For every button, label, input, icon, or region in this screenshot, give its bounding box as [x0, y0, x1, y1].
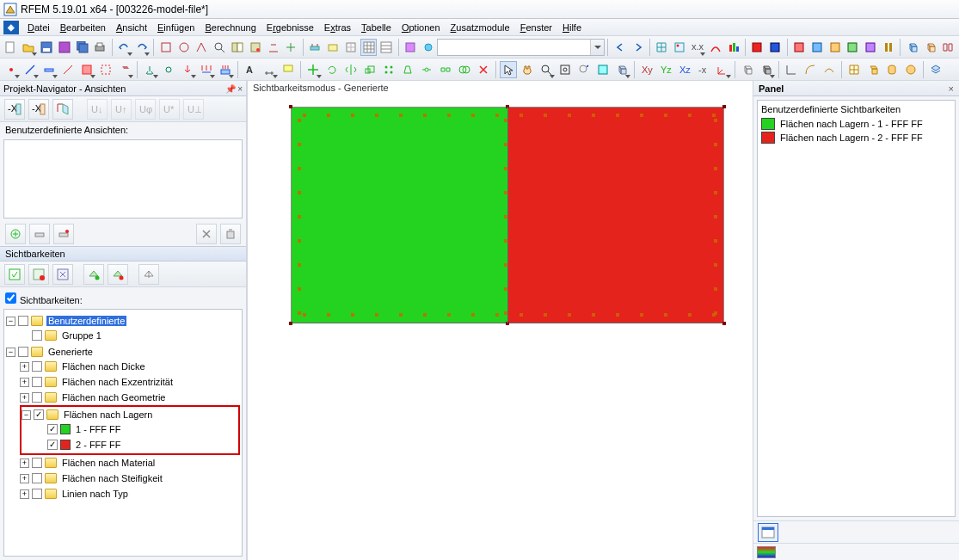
viewport[interactable]: Sichtbarkeitsmodus - Generierte Panel × … — [248, 81, 959, 560]
visibilities-tree[interactable]: −Benutzerdefinierte Gruppe 1 −Generierte… — [3, 309, 243, 557]
hinge-icon[interactable] — [160, 61, 177, 78]
zoom-window-icon[interactable] — [212, 39, 228, 56]
panel-tab-1[interactable] — [758, 523, 778, 542]
load-surf-icon[interactable] — [217, 61, 234, 78]
tree-item-steifigkeit[interactable]: Flächen nach Steifigkeit — [60, 473, 164, 483]
cube3-icon[interactable] — [940, 39, 956, 56]
toolbar-icon-f[interactable] — [265, 39, 281, 56]
calc-icon[interactable] — [672, 39, 688, 56]
delete-all-views-button[interactable] — [220, 224, 241, 244]
intersect-icon[interactable] — [456, 61, 473, 78]
split-icon[interactable] — [418, 61, 435, 78]
expander-icon[interactable]: + — [20, 393, 29, 403]
menu-einfuegen[interactable]: Einfügen — [152, 21, 200, 34]
save-all-icon[interactable] — [74, 39, 90, 56]
cylinder-icon[interactable] — [883, 61, 901, 78]
visibilities-checkbox[interactable]: Sichtbarkeiten: — [5, 295, 83, 305]
solid-icon[interactable] — [116, 61, 133, 78]
menu-optionen[interactable]: Optionen — [397, 21, 446, 34]
tree-checkbox[interactable] — [32, 361, 42, 372]
pin-icon[interactable]: 📌 — [225, 84, 236, 94]
tree-checkbox[interactable] — [34, 409, 44, 420]
arc-icon[interactable] — [802, 61, 819, 78]
load-line-icon[interactable] — [198, 61, 215, 78]
snap-u4-button[interactable]: U* — [159, 99, 180, 120]
add-view-button[interactable] — [5, 224, 26, 244]
tree-item-lagern-1[interactable]: 1 - FFF FF — [74, 424, 123, 434]
expander-icon[interactable]: + — [20, 474, 29, 483]
module-a-icon[interactable] — [791, 39, 808, 56]
zoom-icon[interactable] — [538, 61, 555, 78]
extrude-icon[interactable] — [399, 61, 416, 78]
view-isometric-icon[interactable] — [613, 61, 630, 78]
nav-next-icon[interactable] — [630, 39, 646, 56]
tree-item-lagern-2[interactable]: 2 - FFF FF — [74, 440, 123, 450]
iso-icon[interactable] — [725, 39, 741, 56]
vis-btn-2[interactable] — [28, 264, 49, 285]
view-xz-button[interactable]: -X — [28, 99, 49, 120]
tree-checkbox[interactable] — [18, 316, 28, 326]
mirror-icon[interactable] — [342, 61, 360, 78]
toolbar-icon-k[interactable] — [378, 39, 395, 56]
array-icon[interactable] — [380, 61, 397, 78]
print-icon[interactable] — [92, 39, 108, 56]
surface-2-red[interactable] — [507, 107, 724, 323]
toolbar-icon-b[interactable] — [175, 39, 192, 56]
toolbar-icon-e[interactable] — [247, 39, 263, 56]
menu-bearbeiten[interactable]: Bearbeiten — [55, 21, 111, 34]
tree-item-exzentrizitaet[interactable]: Flächen nach Exzentrizität — [60, 377, 175, 387]
zoom-prev-icon[interactable] — [575, 61, 593, 78]
color-scale-icon[interactable] — [757, 546, 776, 558]
dim-icon[interactable] — [261, 61, 278, 78]
rotate-icon[interactable] — [323, 61, 341, 78]
new-file-icon[interactable] — [3, 39, 19, 56]
menu-datei[interactable]: Datei — [22, 21, 55, 34]
angle-icon[interactable] — [783, 61, 800, 78]
view-btn-a[interactable] — [29, 224, 50, 244]
wireframe-icon[interactable] — [739, 61, 756, 78]
fe-mesh-icon[interactable] — [654, 39, 670, 56]
toolbar-icon-m[interactable] — [421, 39, 437, 56]
expander-icon[interactable]: − — [22, 410, 31, 420]
redo-icon[interactable] — [134, 39, 151, 56]
surface-1-green[interactable] — [291, 107, 507, 323]
ucs-icon[interactable] — [714, 61, 731, 78]
toolbar-icon-j[interactable] — [342, 39, 359, 56]
tree-item-linien-typ[interactable]: Linien nach Typ — [60, 489, 130, 499]
view-iso-button[interactable] — [52, 99, 73, 120]
zoom-all-icon[interactable] — [556, 61, 574, 78]
pan-icon[interactable] — [519, 61, 536, 78]
node-icon[interactable] — [3, 61, 20, 78]
tree-item-gruppe-1[interactable]: Gruppe 1 — [60, 330, 103, 341]
line-icon[interactable] — [22, 61, 39, 78]
expander-icon[interactable]: + — [20, 378, 29, 387]
surf-minus-icon[interactable] — [767, 39, 784, 56]
module-f-icon[interactable] — [881, 39, 897, 56]
expander-icon[interactable]: + — [20, 489, 29, 499]
module-e-icon[interactable] — [863, 39, 879, 56]
tree-checkbox[interactable] — [32, 330, 42, 341]
tree-item-lagern[interactable]: Flächen nach Lagern — [62, 409, 154, 420]
toolbar-icon-h[interactable] — [307, 39, 323, 56]
load-node-icon[interactable] — [179, 61, 196, 78]
menu-zusatzmodule[interactable]: Zusatzmodule — [446, 21, 515, 34]
tree-checkbox[interactable] — [32, 392, 42, 403]
deform-icon[interactable] — [707, 39, 723, 56]
surface-icon[interactable] — [78, 61, 95, 78]
opening-icon[interactable] — [97, 61, 114, 78]
loadcase-combo[interactable] — [437, 39, 605, 56]
nav-prev-icon[interactable] — [612, 39, 628, 56]
vis-btn-1[interactable] — [4, 264, 25, 285]
menu-ergebnisse[interactable]: Ergebnisse — [261, 21, 319, 34]
snap-u3-button[interactable]: Uφ — [135, 99, 156, 120]
undo-icon[interactable] — [116, 39, 132, 56]
open-icon[interactable] — [21, 39, 37, 56]
tree-item-material[interactable]: Flächen nach Material — [60, 458, 157, 468]
vis-btn-5[interactable] — [108, 264, 128, 285]
join-icon[interactable] — [437, 61, 454, 78]
menu-hilfe[interactable]: Hilfe — [557, 21, 587, 34]
solid-view-icon[interactable] — [864, 61, 882, 78]
user-views-list[interactable] — [3, 139, 243, 218]
close-panel-icon[interactable]: × — [949, 83, 954, 94]
tree-item-geometrie[interactable]: Flächen nach Geometrie — [60, 392, 167, 403]
